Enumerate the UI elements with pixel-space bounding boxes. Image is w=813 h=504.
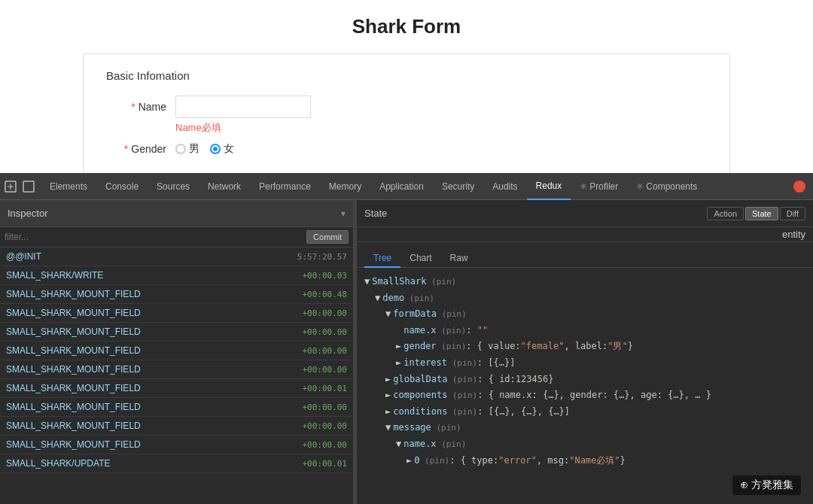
- tree-tab-raw[interactable]: Raw: [441, 250, 477, 268]
- action-time-mount7: +00:00.00: [302, 402, 347, 412]
- state-title: State: [364, 208, 387, 219]
- action-item-mount4[interactable]: SMALL_SHARK_MOUNT_FIELD +00:00.00: [0, 342, 353, 360]
- tab-components[interactable]: ✳Components: [627, 173, 706, 200]
- gender-option-female[interactable]: 女: [210, 142, 234, 156]
- tree-tab-chart[interactable]: Chart: [400, 250, 440, 268]
- action-item-mount5[interactable]: SMALL_SHARK_MOUNT_FIELD +00:00.00: [0, 360, 353, 379]
- left-panel: Inspector ▾ Commit @@INIT 5:57:20.57 SMA…: [0, 200, 354, 504]
- form-card: Basic Infomation *Name Name必填 *Gender 男 …: [83, 53, 730, 182]
- tab-profiler[interactable]: ✳Profiler: [571, 173, 627, 200]
- tab-application[interactable]: Application: [370, 173, 433, 200]
- key-message-namex: name.x: [403, 436, 436, 453]
- tree-line-msg-0: ► 0 (pin) : { type: "error", msg: "Name必…: [364, 453, 805, 469]
- inspector-header: Inspector ▾: [0, 200, 353, 227]
- action-name-mount1: SMALL_SHARK_MOUNT_FIELD: [6, 289, 141, 299]
- tree-line-formdata: ▼ formData (pin): [364, 306, 805, 323]
- arrow-formdata[interactable]: ▼: [385, 306, 391, 323]
- name-error: Name必填: [175, 121, 707, 135]
- radio-male-circle[interactable]: [175, 144, 186, 154]
- arrow-globaldata[interactable]: ►: [385, 372, 391, 388]
- action-time-mount9: +00:00.00: [302, 440, 347, 450]
- name-input[interactable]: [175, 96, 311, 118]
- arrow-conditions[interactable]: ►: [385, 404, 391, 421]
- tab-redux[interactable]: Redux: [527, 173, 571, 200]
- action-name-mount2: SMALL_SHARK_MOUNT_FIELD: [6, 308, 141, 318]
- action-item-mount1[interactable]: SMALL_SHARK_MOUNT_FIELD +00:00.48: [0, 285, 353, 304]
- devtools-tab-bar: Elements Console Sources Network Perform…: [0, 173, 813, 200]
- arrow-components[interactable]: ►: [385, 387, 391, 404]
- devtools-icon2[interactable]: [23, 181, 35, 193]
- svg-rect-1: [23, 181, 34, 192]
- action-item-update[interactable]: SMALL_SHARK/UPDATE +00:00.01: [0, 454, 353, 473]
- filter-input[interactable]: [5, 232, 306, 242]
- arrow-demo[interactable]: ▼: [375, 290, 380, 307]
- tab-network[interactable]: Network: [199, 173, 250, 200]
- devtools-panel: Elements Console Sources Network Perform…: [0, 173, 813, 504]
- action-name-mount5: SMALL_SHARK_MOUNT_FIELD: [6, 364, 141, 375]
- tree-line-namex: ▸ name.x (pin) : "": [364, 323, 805, 339]
- tab-memory[interactable]: Memory: [320, 173, 370, 200]
- tree-line-message-namex: ▼ name.x (pin): [364, 436, 805, 453]
- action-item-mount3[interactable]: SMALL_SHARK_MOUNT_FIELD +00:00.00: [0, 323, 353, 342]
- action-time-mount5: +00:00.00: [302, 365, 347, 375]
- filter-row: Commit: [0, 227, 353, 247]
- action-item-mount7[interactable]: SMALL_SHARK_MOUNT_FIELD +00:00.00: [0, 398, 353, 417]
- key-components: components: [393, 387, 447, 404]
- arrow-smallshark[interactable]: ▼: [364, 274, 370, 290]
- tab-sources[interactable]: Sources: [148, 173, 199, 200]
- form-title: Shark Form: [30, 15, 783, 38]
- tree-line-message: ▼ message (pin): [364, 420, 805, 436]
- arrow-message[interactable]: ▼: [385, 420, 391, 436]
- tab-security[interactable]: Security: [433, 173, 483, 200]
- inspector-arrow: ▾: [341, 208, 346, 219]
- entity-bar: entity: [357, 227, 813, 242]
- close-dot: [793, 181, 805, 193]
- gender-option-male[interactable]: 男: [175, 142, 199, 156]
- arrow-msg-0[interactable]: ►: [406, 453, 412, 469]
- arrow-interest[interactable]: ►: [396, 355, 401, 372]
- action-button[interactable]: Action: [707, 207, 744, 220]
- action-time-write: +00:00.03: [302, 271, 347, 281]
- tab-performance[interactable]: Performance: [250, 173, 320, 200]
- entity-label: entity: [782, 229, 805, 240]
- action-item-write[interactable]: SMALL_SHARK/WRITE +00:00.03: [0, 266, 353, 285]
- action-time-mount1: +00:00.48: [302, 290, 347, 299]
- action-time-mount3: +00:00.00: [302, 327, 347, 337]
- key-conditions: conditions: [393, 404, 447, 421]
- commit-button[interactable]: Commit: [306, 230, 349, 244]
- diff-button[interactable]: Diff: [780, 207, 805, 220]
- action-name-mount8: SMALL_SHARK_MOUNT_FIELD: [6, 421, 141, 431]
- state-button[interactable]: State: [745, 207, 778, 220]
- action-item-mount8[interactable]: SMALL_SHARK_MOUNT_FIELD +00:00.00: [0, 417, 353, 436]
- tab-audits[interactable]: Audits: [483, 173, 526, 200]
- action-name-mount6: SMALL_SHARK_MOUNT_FIELD: [6, 383, 141, 393]
- action-time-mount2: +00:00.00: [302, 308, 347, 318]
- arrow-message-namex[interactable]: ▼: [396, 436, 401, 453]
- tab-console[interactable]: Console: [96, 173, 148, 200]
- devtools-icon1[interactable]: [5, 181, 17, 193]
- name-required-star: *: [131, 101, 135, 113]
- key-interest: interest: [403, 355, 447, 372]
- action-item-init[interactable]: @@INIT 5:57:20.57: [0, 247, 353, 266]
- arrow-gender[interactable]: ►: [396, 339, 401, 355]
- action-time-mount8: +00:00.00: [302, 421, 347, 431]
- right-header-buttons: Action State Diff: [707, 207, 805, 220]
- action-item-mount2[interactable]: SMALL_SHARK_MOUNT_FIELD +00:00.00: [0, 304, 353, 323]
- radio-female-circle[interactable]: [210, 144, 221, 154]
- inspector-title: Inspector: [8, 208, 47, 219]
- name-label: *Name: [106, 101, 166, 113]
- tab-elements[interactable]: Elements: [41, 173, 96, 200]
- action-item-mount9[interactable]: SMALL_SHARK_MOUNT_FIELD +00:00.00: [0, 436, 353, 454]
- action-item-mount6[interactable]: SMALL_SHARK_MOUNT_FIELD +00:00.01: [0, 379, 353, 398]
- tree-line-demo: ▼ demo (pin): [364, 290, 805, 307]
- tree-line-globaldata: ► globalData (pin) : { id: 123456 }: [364, 372, 805, 388]
- tree-tabs: Tree Chart Raw: [357, 242, 813, 268]
- key-formdata: formData: [393, 306, 437, 323]
- action-list: @@INIT 5:57:20.57 SMALL_SHARK/WRITE +00:…: [0, 247, 353, 504]
- action-name-update: SMALL_SHARK/UPDATE: [6, 458, 111, 469]
- section-title: Basic Infomation: [106, 69, 707, 82]
- gender-radio-group: 男 女: [175, 142, 234, 156]
- gender-label: *Gender: [106, 143, 166, 155]
- tree-tab-tree[interactable]: Tree: [364, 250, 400, 268]
- action-name-init: @@INIT: [6, 251, 41, 262]
